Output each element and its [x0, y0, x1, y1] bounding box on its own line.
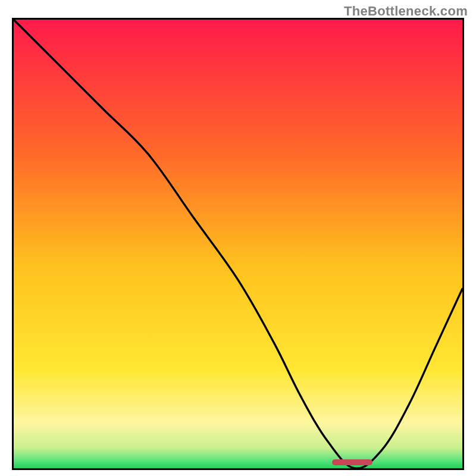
watermark-text: TheBottleneck.com	[344, 4, 468, 19]
chart-plot-area	[14, 20, 462, 468]
optimal-range-marker	[332, 459, 372, 465]
chart-curve	[14, 20, 462, 468]
chart-frame	[12, 18, 464, 470]
